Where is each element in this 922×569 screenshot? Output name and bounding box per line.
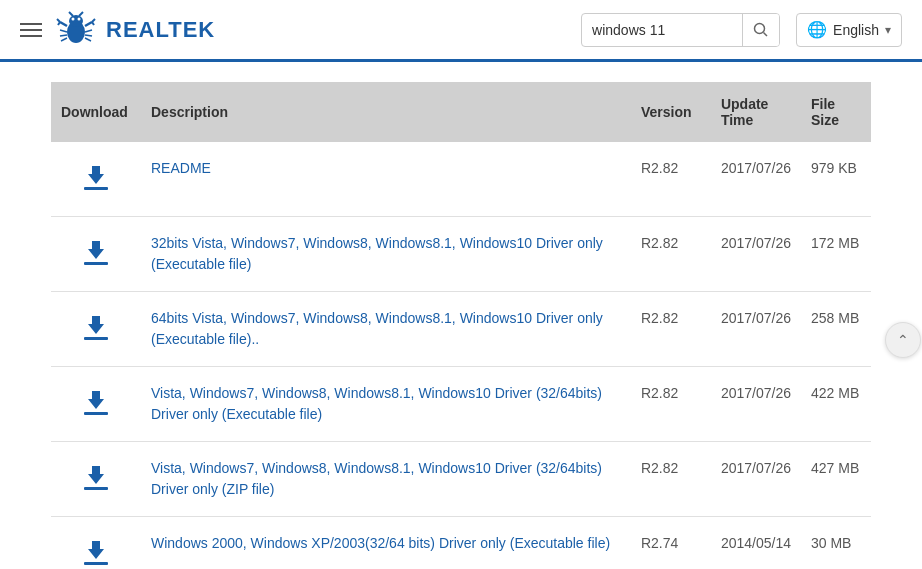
header-left: REALTEK <box>20 8 581 52</box>
search-box <box>581 13 780 47</box>
update-time-cell: 2017/07/26 <box>711 142 801 217</box>
description-cell: 64bits Vista, Windows7, Windows8, Window… <box>141 292 631 367</box>
svg-rect-30 <box>84 562 108 565</box>
svg-line-8 <box>58 22 60 25</box>
version-cell: R2.82 <box>631 142 711 217</box>
download-arrow-icon <box>80 237 112 269</box>
svg-marker-23 <box>88 241 104 259</box>
language-selector[interactable]: 🌐 English ▾ <box>796 13 902 47</box>
version-cell: R2.82 <box>631 367 711 442</box>
download-button[interactable] <box>76 458 116 498</box>
col-header-download: Download <box>51 82 141 142</box>
download-arrow-icon <box>80 537 112 569</box>
col-header-description: Description <box>141 82 631 142</box>
download-arrow-icon <box>80 462 112 494</box>
col-header-version: Version <box>631 82 711 142</box>
svg-line-15 <box>85 30 92 32</box>
svg-marker-27 <box>88 391 104 409</box>
svg-rect-24 <box>84 337 108 340</box>
svg-marker-21 <box>88 166 104 184</box>
table-row: 32bits Vista, Windows7, Windows8, Window… <box>51 217 871 292</box>
scroll-to-top-button[interactable]: ⌃ <box>885 322 921 358</box>
table-row: Vista, Windows7, Windows8, Windows8.1, W… <box>51 367 871 442</box>
description-cell: Windows 2000, Windows XP/2003(32/64 bits… <box>141 517 631 570</box>
svg-line-9 <box>85 22 92 26</box>
download-cell <box>51 517 141 570</box>
download-button[interactable] <box>76 383 116 423</box>
col-header-update-time: UpdateTime <box>711 82 801 142</box>
download-arrow-icon <box>80 162 112 194</box>
version-cell: R2.82 <box>631 217 711 292</box>
version-cell: R2.82 <box>631 292 711 367</box>
search-button[interactable] <box>742 14 779 46</box>
svg-line-12 <box>60 30 67 32</box>
table-row: Windows 2000, Windows XP/2003(32/64 bits… <box>51 517 871 570</box>
chevron-down-icon: ▾ <box>885 23 891 37</box>
update-time-cell: 2017/07/26 <box>711 217 801 292</box>
download-cell <box>51 142 141 217</box>
logo-area: REALTEK <box>54 8 215 52</box>
table-body: READMER2.822017/07/26979 KB 32bits Vista… <box>51 142 871 569</box>
language-label: English <box>833 22 879 38</box>
file-size-cell: 979 KB <box>801 142 871 217</box>
file-size-cell: 258 MB <box>801 292 871 367</box>
download-button[interactable] <box>76 533 116 569</box>
globe-icon: 🌐 <box>807 20 827 39</box>
svg-rect-26 <box>84 412 108 415</box>
svg-line-4 <box>69 12 73 16</box>
main-content: Download Description Version UpdateTime … <box>31 82 891 569</box>
svg-line-6 <box>60 22 67 26</box>
svg-marker-29 <box>88 466 104 484</box>
hamburger-menu[interactable] <box>20 23 42 37</box>
table-header: Download Description Version UpdateTime … <box>51 82 871 142</box>
svg-rect-28 <box>84 487 108 490</box>
svg-point-18 <box>755 23 765 33</box>
svg-line-7 <box>57 19 60 22</box>
file-size-cell: 172 MB <box>801 217 871 292</box>
svg-point-3 <box>78 17 81 20</box>
table-row: Vista, Windows7, Windows8, Windows8.1, W… <box>51 442 871 517</box>
description-cell: README <box>141 142 631 217</box>
download-cell <box>51 367 141 442</box>
version-cell: R2.74 <box>631 517 711 570</box>
description-cell: 32bits Vista, Windows7, Windows8, Window… <box>141 217 631 292</box>
update-time-cell: 2017/07/26 <box>711 367 801 442</box>
search-input[interactable] <box>582 22 742 38</box>
svg-line-10 <box>92 19 95 22</box>
update-time-cell: 2014/05/14 <box>711 517 801 570</box>
svg-line-16 <box>85 35 92 36</box>
table-row: 64bits Vista, Windows7, Windows8, Window… <box>51 292 871 367</box>
svg-line-11 <box>92 22 94 25</box>
header-right: 🌐 English ▾ <box>581 13 902 47</box>
chevron-up-icon: ⌃ <box>897 332 909 348</box>
description-cell: Vista, Windows7, Windows8, Windows8.1, W… <box>141 442 631 517</box>
file-size-cell: 422 MB <box>801 367 871 442</box>
update-time-cell: 2017/07/26 <box>711 442 801 517</box>
svg-line-5 <box>79 12 83 16</box>
file-size-cell: 427 MB <box>801 442 871 517</box>
download-cell <box>51 217 141 292</box>
svg-point-1 <box>69 15 83 27</box>
download-button[interactable] <box>76 308 116 348</box>
download-arrow-icon <box>80 312 112 344</box>
search-icon <box>753 22 769 38</box>
svg-marker-25 <box>88 316 104 334</box>
header: REALTEK 🌐 English ▾ <box>0 0 922 62</box>
version-cell: R2.82 <box>631 442 711 517</box>
description-cell: Vista, Windows7, Windows8, Windows8.1, W… <box>141 367 631 442</box>
svg-marker-31 <box>88 541 104 559</box>
download-table: Download Description Version UpdateTime … <box>51 82 871 569</box>
table-row: READMER2.822017/07/26979 KB <box>51 142 871 217</box>
svg-line-17 <box>85 38 91 41</box>
download-cell <box>51 292 141 367</box>
download-button[interactable] <box>76 233 116 273</box>
download-button[interactable] <box>76 158 116 198</box>
svg-rect-20 <box>84 187 108 190</box>
file-size-cell: 30 MB <box>801 517 871 570</box>
svg-line-19 <box>764 32 768 36</box>
download-cell <box>51 442 141 517</box>
svg-line-13 <box>60 35 67 36</box>
svg-line-14 <box>61 38 67 41</box>
download-arrow-icon <box>80 387 112 419</box>
svg-rect-22 <box>84 262 108 265</box>
